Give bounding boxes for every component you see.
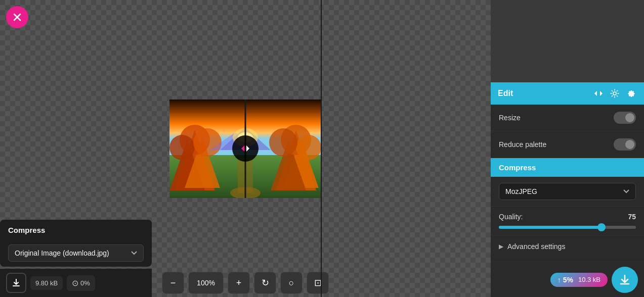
download-small-button[interactable]	[6, 273, 26, 293]
zoom-in-button[interactable]: +	[228, 272, 250, 294]
download-main-button[interactable]	[612, 267, 638, 293]
image-preview-container	[169, 100, 321, 198]
percentage-display: ⊙ 0%	[67, 275, 95, 291]
compress-panel-header: Compress	[0, 220, 152, 240]
svg-point-26	[613, 92, 616, 95]
canvas-divider-line	[321, 0, 322, 297]
savings-percent: 5%	[563, 276, 573, 284]
svg-marker-25	[600, 91, 603, 96]
file-size-display: 9.80 kB	[30, 276, 63, 290]
edit-icons	[592, 87, 637, 100]
percentage-value: 0%	[80, 279, 90, 287]
compress-section-title: Compress	[499, 163, 536, 172]
image-source-select[interactable]: Original Image (download.jpg)	[8, 244, 144, 262]
quality-label: Quality:	[499, 213, 523, 221]
compress-panel: Compress Original Image (download.jpg)	[0, 220, 152, 267]
status-bar: 9.80 kB ⊙ 0%	[0, 269, 152, 297]
zoom-value: 100	[197, 279, 208, 287]
svg-point-10	[169, 135, 195, 160]
svg-point-17	[269, 128, 297, 157]
compare-icon-button[interactable]	[592, 87, 605, 100]
savings-badge: ↑ 5% 10.3 kB	[550, 273, 608, 287]
svg-marker-24	[594, 91, 597, 96]
crop-button[interactable]: ⊡	[307, 272, 329, 294]
percentage-icon: ⊙	[72, 278, 78, 288]
compress-section-header: Compress	[491, 158, 644, 177]
compress-panel-title: Compress	[8, 226, 45, 234]
chevron-right-icon: ▶	[499, 243, 503, 250]
svg-marker-22	[241, 145, 244, 152]
zoom-display: 100 %	[188, 272, 224, 294]
quality-slider-container	[499, 226, 636, 229]
svg-point-11	[193, 128, 222, 157]
settings-filled-button[interactable]	[625, 87, 637, 100]
compare-button[interactable]	[232, 135, 259, 162]
compress-dropdown-row: Original Image (download.jpg)	[0, 240, 152, 267]
rotate-button[interactable]: ↻	[254, 272, 276, 294]
svg-point-16	[296, 135, 321, 160]
reduce-palette-label: Reduce palette	[499, 140, 546, 148]
reset-button[interactable]: ○	[280, 272, 303, 294]
quality-value: 75	[628, 213, 636, 221]
reduce-palette-row: Reduce palette	[491, 131, 644, 158]
codec-select[interactable]: MozJPEG	[499, 183, 636, 200]
close-button[interactable]	[6, 6, 28, 28]
advanced-settings-label: Advanced settings	[507, 242, 565, 251]
zoom-out-button[interactable]: −	[162, 272, 184, 294]
svg-marker-23	[246, 145, 249, 152]
zoom-unit: %	[208, 279, 214, 287]
right-bottom-bar: ↑ 5% 10.3 kB	[491, 262, 644, 297]
reduce-palette-toggle[interactable]	[614, 138, 636, 151]
savings-size: 10.3 kB	[578, 276, 600, 283]
advanced-settings-row[interactable]: ▶ Advanced settings	[491, 235, 644, 258]
resize-row: Resize	[491, 105, 644, 131]
resize-label: Resize	[499, 114, 521, 122]
settings-outline-button[interactable]	[609, 87, 621, 100]
edit-header: Edit	[491, 82, 644, 105]
resize-toggle[interactable]	[614, 112, 636, 124]
edit-title: Edit	[498, 89, 513, 98]
quality-label-row: Quality: 75	[499, 213, 636, 221]
codec-row: MozJPEG	[491, 177, 644, 207]
savings-arrow: ↑	[557, 276, 561, 284]
quality-row: Quality: 75	[491, 207, 644, 235]
